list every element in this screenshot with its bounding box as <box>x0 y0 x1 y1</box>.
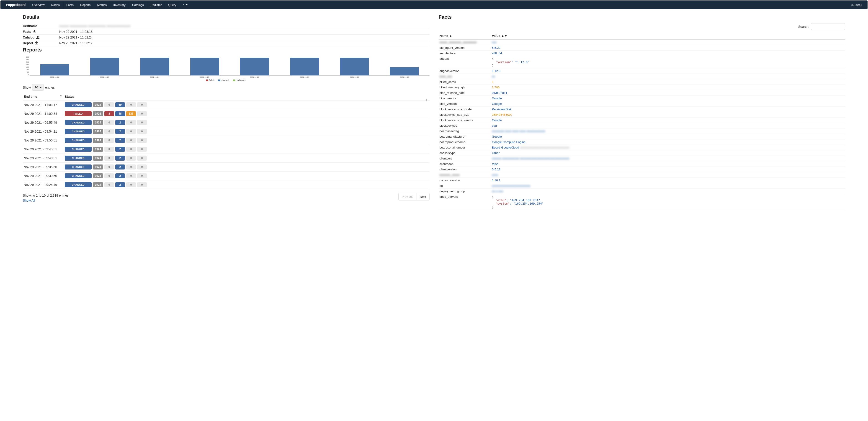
fact-name[interactable]: dc <box>440 184 443 188</box>
fact-name[interactable]: blockdevice_sda_model <box>440 107 472 111</box>
chart-bar[interactable] <box>340 58 369 75</box>
nav-inventory[interactable]: Inventory <box>110 0 128 9</box>
fact-value-link[interactable]: 5.5.22 <box>492 46 501 50</box>
fact-name[interactable]: blockdevice_sda_size <box>440 113 469 117</box>
fact-value-number[interactable]: 268435456000 <box>492 113 513 117</box>
fact-name[interactable]: chassistype <box>440 151 456 155</box>
entries-select[interactable]: 10 <box>32 84 44 91</box>
download-icon[interactable] <box>36 36 39 38</box>
status-pill[interactable]: CHANGED <box>65 129 92 134</box>
count-skipped[interactable]: 0 <box>126 164 136 169</box>
count-changed[interactable]: 2 <box>115 120 125 125</box>
nav-facts[interactable]: Facts <box>63 0 77 9</box>
count-skipped[interactable]: 0 <box>126 156 136 161</box>
fact-name[interactable]: xxxxxxx_xxxxx <box>440 173 460 176</box>
prev-button[interactable]: Previous <box>399 193 417 200</box>
status-pill[interactable]: FAILED <box>65 111 92 116</box>
chart-bar[interactable] <box>40 64 69 75</box>
count-noop[interactable]: 0 <box>137 173 147 179</box>
count-total[interactable]: 1924 <box>93 147 103 152</box>
count-noop[interactable]: 0 <box>137 164 147 169</box>
report-endtime[interactable]: Nov 29 2021 - 09:40:51 <box>23 154 64 163</box>
chart-bar[interactable] <box>140 58 169 75</box>
nav-overview[interactable]: Overview <box>29 0 48 9</box>
report-endtime[interactable]: Nov 29 2021 - 09:45:51 <box>23 145 64 154</box>
fact-name[interactable]: boardmanufacturer <box>440 135 466 138</box>
report-endtime[interactable]: Nov 29 2021 - 09:30:50 <box>23 171 64 181</box>
count-noop[interactable]: 0 <box>137 102 147 107</box>
fact-name[interactable]: bios_version <box>440 102 457 105</box>
chart-bar[interactable] <box>240 58 269 75</box>
status-pill[interactable]: CHANGED <box>65 164 92 169</box>
count-failed[interactable]: 0 <box>104 164 114 169</box>
count-changed[interactable]: 2 <box>115 182 125 187</box>
fact-value-number[interactable]: 1 <box>492 80 494 84</box>
count-total[interactable]: 1924 <box>93 138 103 143</box>
report-endtime[interactable]: Nov 29 2021 - 09:25:49 <box>23 181 64 189</box>
status-pill[interactable]: CHANGED <box>65 147 92 152</box>
report-endtime[interactable]: Nov 29 2021 - 11:03:17 <box>23 100 64 109</box>
count-skipped[interactable]: 0 <box>126 120 136 125</box>
count-failed[interactable]: 0 <box>104 120 114 125</box>
fact-name[interactable]: boardproductname <box>440 140 465 144</box>
nav-reports[interactable]: Reports <box>77 0 94 9</box>
status-pill[interactable]: CHANGED <box>65 102 92 107</box>
facts-search-input[interactable] <box>811 23 845 30</box>
count-failed[interactable]: 0 <box>104 138 114 143</box>
count-changed[interactable]: 2 <box>115 147 125 152</box>
fact-name[interactable]: billed_memory_gb <box>440 86 465 89</box>
next-button[interactable]: Next <box>417 193 429 200</box>
count-total[interactable]: 1924 <box>93 120 103 125</box>
fact-value-link[interactable]: Google <box>492 135 502 138</box>
count-noop[interactable]: 0 <box>137 138 147 143</box>
report-endtime[interactable]: Nov 29 2021 - 11:00:34 <box>23 109 64 118</box>
fact-name[interactable]: xxxx_xxx <box>440 75 452 78</box>
fact-name[interactable]: boardassettag <box>440 129 459 133</box>
fact-value-link[interactable]: 1.10.1 <box>492 179 501 182</box>
count-skipped[interactable]: 0 <box>126 147 136 152</box>
fact-value-link[interactable]: Google <box>492 119 502 122</box>
count-failed[interactable]: 0 <box>104 173 114 179</box>
fact-value-link[interactable]: Board-GoogleCloud-xxxxxxxxxxxxxxxxxxxxxx… <box>492 146 569 149</box>
fact-name[interactable]: aio_agent_version <box>440 46 465 50</box>
report-endtime[interactable]: Nov 29 2021 - 09:50:51 <box>23 136 64 145</box>
count-changed[interactable]: 2 <box>115 129 125 134</box>
col-fact-value[interactable]: Value ▲▼ <box>491 32 845 40</box>
count-total[interactable]: 1924 <box>93 182 103 187</box>
count-noop[interactable]: 0 <box>137 147 147 152</box>
col-fact-name[interactable]: Name ▲ <box>439 32 491 40</box>
count-skipped[interactable]: 0 <box>126 173 136 179</box>
status-pill[interactable]: CHANGED <box>65 156 92 161</box>
fact-value-link[interactable]: PersistentDisk <box>492 107 512 111</box>
chart-bar[interactable] <box>190 58 219 75</box>
fact-value-link[interactable]: sda <box>492 124 497 127</box>
count-changed[interactable]: 2 <box>115 164 125 169</box>
fact-name[interactable]: augeas <box>440 57 450 60</box>
fact-value-link[interactable]: 5.5.22 <box>492 168 501 171</box>
fact-name[interactable]: augeasversion <box>440 69 460 73</box>
count-skipped[interactable]: 137 <box>126 111 136 116</box>
count-noop[interactable]: 0 <box>137 111 147 116</box>
count-skipped[interactable]: 0 <box>126 138 136 143</box>
fact-value-link[interactable]: 1.12.0 <box>492 69 501 73</box>
fact-name[interactable]: dhcp_servers <box>440 195 458 198</box>
count-changed[interactable]: 2 <box>115 173 125 179</box>
count-total[interactable]: 1924 <box>93 102 103 107</box>
fact-name[interactable]: consul_version <box>440 179 460 182</box>
count-noop[interactable]: 0 <box>137 156 147 161</box>
fact-value-link[interactable]: Google <box>492 97 502 100</box>
fact-name[interactable]: bios_release_date <box>440 91 465 95</box>
fact-value-link[interactable]: Other <box>492 151 500 155</box>
fact-value-link[interactable]: Google Compute Engine <box>492 140 526 144</box>
nav-metrics[interactable]: Metrics <box>94 0 110 9</box>
fact-name[interactable]: billed_cores <box>440 80 456 84</box>
fact-name[interactable]: blockdevices <box>440 124 457 127</box>
fact-name[interactable]: clientnoop <box>440 162 454 166</box>
fact-name[interactable]: xxxxx_xxxxxxxx_xxxxxxxxx <box>440 40 477 44</box>
fact-name[interactable]: clientcert <box>440 157 452 160</box>
count-noop[interactable]: 0 <box>137 182 147 187</box>
status-pill[interactable]: CHANGED <box>65 120 92 125</box>
nav-radiator[interactable]: Radiator <box>147 0 165 9</box>
count-changed[interactable]: 2 <box>115 156 125 161</box>
report-endtime[interactable]: Nov 29 2021 - 09:35:50 <box>23 163 64 171</box>
